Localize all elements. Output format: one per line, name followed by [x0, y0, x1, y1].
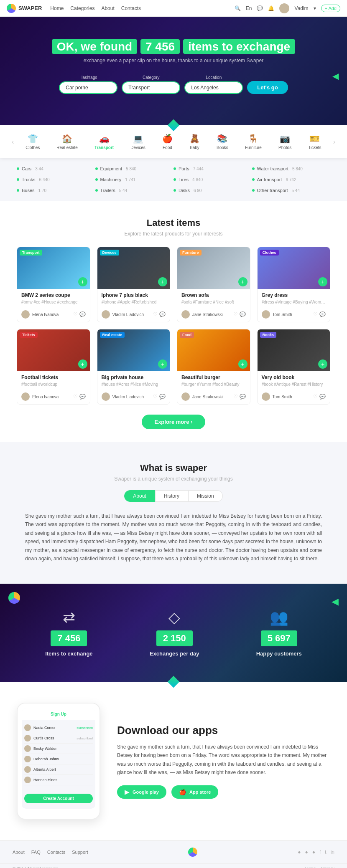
phone-create-account-button[interactable]: Create Account — [24, 794, 93, 803]
hero-arrow[interactable]: ◀ — [332, 71, 339, 81]
comment-icon[interactable]: 💬 — [79, 394, 86, 400]
explore-button[interactable]: Explore more › — [142, 415, 205, 429]
comment-icon[interactable]: 💬 — [319, 311, 326, 317]
like-icon[interactable]: ♡ — [153, 311, 158, 317]
comment-icon[interactable]: 💬 — [240, 311, 246, 317]
footer-support[interactable]: Support — [72, 850, 88, 855]
footer-terms-link[interactable]: Terms — [304, 866, 316, 868]
social-icon-4[interactable]: f — [319, 849, 321, 855]
nav-home[interactable]: Home — [50, 5, 64, 11]
search-icon[interactable]: 🔍 — [235, 5, 241, 11]
comment-icon[interactable]: 💬 — [240, 394, 246, 400]
cat-books[interactable]: 📚 Books — [213, 132, 232, 152]
item-add-button[interactable]: + — [158, 277, 167, 286]
stats-arrow[interactable]: ◀ — [332, 596, 339, 607]
add-button[interactable]: + Add — [321, 5, 340, 12]
like-icon[interactable]: ♡ — [313, 311, 318, 317]
subcat-other-transport[interactable]: Other transport 5 44 — [252, 187, 331, 194]
cat-furniture[interactable]: 🪑 Furniture — [242, 132, 265, 152]
subcat-air-transport[interactable]: Air transport 6 742 — [252, 176, 331, 183]
like-icon[interactable]: ♡ — [73, 311, 78, 317]
subcat-machinery[interactable]: Machinery 1 741 — [95, 176, 174, 183]
categories-prev[interactable]: ‹ — [8, 137, 17, 147]
subcat-water-transport[interactable]: Water transport 5 840 — [252, 165, 331, 172]
subcat-count: 6 90 — [194, 188, 202, 193]
cat-photos[interactable]: 📷 Photos — [275, 132, 295, 152]
item-add-button[interactable]: + — [158, 359, 167, 369]
like-icon[interactable]: ♡ — [313, 394, 318, 400]
footer-faq[interactable]: FAQ — [31, 850, 41, 855]
lets-go-button[interactable]: Let's go — [247, 81, 288, 94]
like-icon[interactable]: ♡ — [153, 394, 158, 400]
item-avatar — [21, 310, 30, 319]
tab-mission[interactable]: Mission — [188, 490, 223, 502]
comment-icon[interactable]: 💬 — [159, 394, 166, 400]
like-icon[interactable]: ♡ — [233, 394, 238, 400]
item-card[interactable]: Devices + Iphone 7 plus black #iphone #A… — [97, 247, 171, 322]
item-add-button[interactable]: + — [318, 277, 327, 286]
item-card[interactable]: Food + Beautiful burger #burger #Yumm #f… — [177, 329, 250, 405]
social-icon-3[interactable]: ● — [312, 849, 315, 855]
subcat-cars[interactable]: Cars 3 44 — [17, 165, 95, 172]
item-add-button[interactable]: + — [78, 277, 87, 286]
username[interactable]: Vadim — [294, 5, 308, 11]
tab-about[interactable]: About — [124, 490, 155, 502]
item-card[interactable]: Clothes + Grey dress #dress #Vintage #Bu… — [257, 247, 331, 322]
comment-icon[interactable]: 💬 — [319, 394, 326, 400]
subcat-trucks[interactable]: Trucks 6 440 — [17, 176, 95, 183]
item-footer: Tom Smith ♡ 💬 — [258, 392, 330, 404]
item-add-button[interactable]: + — [318, 359, 327, 369]
item-card[interactable]: Furniture + Brown sofa #sofa #Furniture … — [177, 247, 250, 322]
social-icon-1[interactable]: ● — [298, 849, 301, 855]
item-add-button[interactable]: + — [238, 277, 247, 286]
language-selector[interactable]: En — [246, 5, 252, 11]
location-input[interactable] — [184, 81, 243, 94]
nav-contacts[interactable]: Contacts — [121, 5, 141, 11]
cat-baby[interactable]: 🧸 Baby — [186, 132, 203, 152]
subcat-trailers[interactable]: Trailers 5 44 — [95, 187, 174, 194]
cat-devices[interactable]: 💻 Devices — [127, 132, 149, 152]
cat-tickets[interactable]: 🎫 Tickets — [305, 132, 324, 152]
cat-food[interactable]: 🍎 Food — [159, 132, 176, 152]
footer-about[interactable]: About — [13, 850, 25, 855]
subcat-disks[interactable]: Disks 6 90 — [174, 187, 252, 194]
nav-categories[interactable]: Categories — [70, 5, 94, 11]
social-icon-2[interactable]: ● — [305, 849, 308, 855]
subcat-parts[interactable]: Parts 7 444 — [174, 165, 252, 172]
footer-logo[interactable] — [188, 848, 197, 857]
phone-name: Becky Walden — [33, 747, 57, 751]
item-card[interactable]: Tickets + Football tickets #football #wo… — [17, 329, 90, 405]
comment-icon[interactable]: 💬 — [159, 311, 166, 317]
comment-icon[interactable]: 💬 — [79, 311, 86, 317]
nav-about[interactable]: About — [101, 5, 114, 11]
like-icon[interactable]: ♡ — [233, 311, 238, 317]
subcat-tires[interactable]: Tires 4 840 — [174, 176, 252, 183]
item-add-button[interactable]: + — [238, 359, 247, 369]
footer-privacy-link[interactable]: Privacy — [321, 866, 334, 868]
category-input[interactable] — [122, 81, 180, 94]
messages-icon[interactable]: 💬 — [257, 5, 263, 11]
cat-transport[interactable]: 🚗 Transport — [91, 132, 117, 152]
cat-real-estate[interactable]: 🏠 Real estate — [53, 132, 81, 152]
item-tags: #football #worldcup — [21, 382, 86, 387]
like-icon[interactable]: ♡ — [73, 394, 78, 400]
app-store-button[interactable]: 🍎 App store — [171, 785, 218, 799]
item-card[interactable]: Real estate + Big private house #house #… — [97, 329, 171, 405]
item-add-button[interactable]: + — [78, 359, 87, 369]
cat-clothes[interactable]: 👕 Clothes — [22, 132, 43, 152]
footer-contacts[interactable]: Contacts — [47, 850, 65, 855]
tab-history[interactable]: History — [155, 490, 188, 502]
social-icon-5[interactable]: t — [325, 849, 326, 855]
subcat-equipment[interactable]: Equipment 5 840 — [95, 165, 174, 172]
logo[interactable]: SWAPER — [7, 4, 42, 13]
item-card[interactable]: Books + Very old book #book #Antique #Ra… — [257, 329, 331, 405]
google-play-button[interactable]: ▶ Google play — [117, 785, 166, 799]
avatar[interactable] — [279, 3, 289, 13]
notifications-icon[interactable]: 🔔 — [268, 5, 274, 11]
item-card[interactable]: Transport + BMW 2 series coupe #bmw #co … — [17, 247, 90, 322]
phone-name: Nadia Comer — [33, 726, 56, 730]
subcat-buses[interactable]: Buses 1 70 — [17, 187, 95, 194]
hashtags-input[interactable] — [59, 81, 117, 94]
social-icon-6[interactable]: in — [331, 849, 334, 855]
categories-next[interactable]: › — [330, 137, 339, 147]
